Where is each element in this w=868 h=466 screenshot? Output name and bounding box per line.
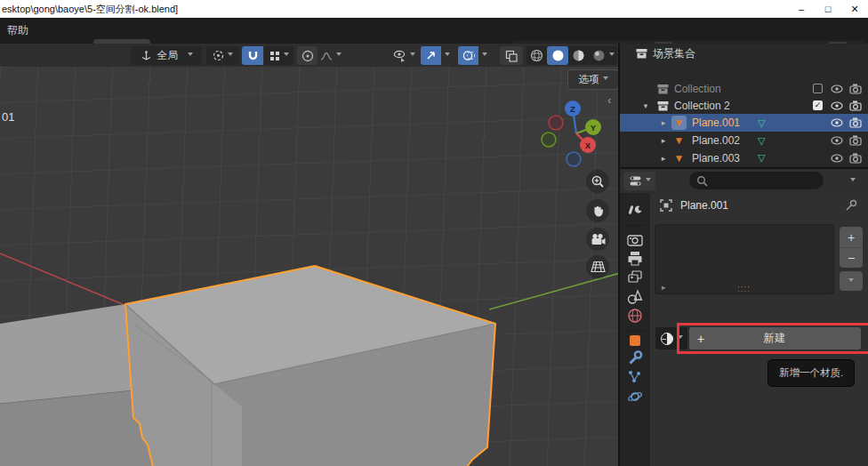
camera-view-button[interactable]	[586, 228, 609, 251]
shading-rendered-button[interactable]	[589, 49, 608, 62]
tab-output[interactable]	[627, 251, 643, 267]
list-expand-icon[interactable]: ▸	[662, 283, 666, 292]
mesh-object-icon: ▼	[674, 153, 685, 164]
gizmos-dropdown[interactable]	[441, 46, 454, 65]
chevron-down-icon	[646, 178, 651, 184]
perspective-toggle-button[interactable]	[586, 255, 609, 278]
tab-render[interactable]	[627, 232, 643, 248]
tooltip-text: 新增一个材质.	[779, 366, 843, 380]
shading-solid-button[interactable]	[547, 46, 568, 65]
xray-toggle[interactable]	[500, 46, 523, 65]
pan-button[interactable]	[586, 199, 609, 222]
expand-icon[interactable]: ▾	[641, 101, 650, 110]
camera-visibility-icon[interactable]	[849, 117, 863, 128]
search-icon	[696, 175, 708, 187]
tab-particles[interactable]	[627, 369, 643, 385]
options-dropdown[interactable]: 选项	[567, 69, 619, 90]
tab-object[interactable]	[627, 333, 643, 349]
shading-material-button[interactable]	[568, 49, 589, 62]
hand-icon	[591, 204, 605, 218]
tab-scene[interactable]	[627, 289, 643, 305]
chevron-down-icon	[445, 52, 450, 59]
movie-camera-icon	[591, 233, 606, 245]
camera-visibility-icon[interactable]	[849, 100, 863, 111]
snap-grid-icon	[269, 51, 280, 61]
maximize-button[interactable]: □	[815, 0, 841, 18]
hide-eye-icon[interactable]	[831, 84, 843, 93]
viewport-corner-text: 01	[2, 110, 14, 124]
mesh-object-icon: ▼	[674, 117, 685, 128]
shading-wireframe-button[interactable]	[526, 49, 547, 62]
chevron-down-icon	[410, 52, 415, 59]
proportional-circle-icon	[301, 50, 314, 62]
collapse-icon[interactable]: ▸	[659, 136, 668, 145]
breadcrumb: Plane.001	[659, 198, 728, 213]
3d-viewport[interactable]: 01 ‹ Z Y X	[0, 67, 618, 466]
tab-tool[interactable]	[627, 204, 643, 220]
outliner-row-plane-003[interactable]: ▸ ▼ Plane.003 ▽	[620, 149, 868, 166]
outliner-row-plane-001[interactable]: ▸ ▼ Plane.001 ▽	[620, 114, 868, 132]
zoom-button[interactable]	[586, 170, 609, 193]
tab-modifiers[interactable]	[627, 350, 643, 366]
magnet-icon	[247, 50, 259, 62]
navigation-gizmo[interactable]: Z Y X	[532, 89, 614, 174]
gizmos-toggle[interactable]	[421, 46, 441, 65]
properties-editor-type-dropdown[interactable]	[623, 172, 655, 190]
xray-icon	[505, 50, 518, 62]
tab-physics[interactable]	[627, 389, 643, 405]
minimize-button[interactable]: –	[788, 0, 815, 18]
snap-toggle[interactable]	[242, 46, 263, 65]
camera-visibility-icon[interactable]	[849, 135, 863, 146]
add-slot-button[interactable]: +	[840, 227, 863, 248]
proportional-falloff-dropdown[interactable]	[318, 46, 342, 65]
properties-search-input[interactable]	[689, 172, 824, 189]
camera-visibility-icon[interactable]	[849, 84, 863, 94]
remove-slot-button[interactable]: −	[840, 248, 863, 268]
chevron-down-icon	[603, 76, 608, 83]
camera-visibility-icon[interactable]	[849, 153, 863, 164]
material-properties-panel: Plane.001 ▸ :::: + − + 新建	[650, 193, 868, 466]
material-slot-list[interactable]: ▸ ::::	[655, 224, 834, 294]
collection-icon	[657, 84, 669, 94]
snap-target-dropdown[interactable]	[264, 46, 293, 65]
hide-eye-icon[interactable]	[831, 118, 843, 127]
list-grip-handle[interactable]: ::::	[737, 284, 751, 293]
proportional-editing-toggle[interactable]	[297, 46, 317, 65]
chevron-down-icon	[848, 278, 854, 285]
magnifier-plus-icon	[591, 174, 605, 189]
collapse-icon[interactable]: ▸	[659, 118, 668, 127]
properties-icon	[629, 174, 642, 188]
properties-tab-column	[620, 193, 650, 466]
outliner-row-collection[interactable]: Collection	[620, 80, 868, 97]
red-annotation-box	[677, 323, 868, 354]
outliner-row-scene-collection[interactable]: 场景集合	[620, 45, 868, 61]
collapse-icon[interactable]: ▸	[659, 154, 668, 163]
menu-help[interactable]: 帮助	[2, 18, 34, 43]
pivot-point-dropdown[interactable]	[206, 46, 239, 65]
properties-options-dropdown[interactable]	[840, 172, 864, 190]
region-divider-vertical[interactable]	[618, 44, 620, 466]
axis-z-label: Z	[570, 104, 575, 114]
overlays-dropdown[interactable]	[478, 46, 491, 65]
pin-icon[interactable]	[845, 198, 858, 212]
breadcrumb-object-name[interactable]: Plane.001	[680, 199, 728, 212]
close-button[interactable]: ✕	[841, 0, 868, 18]
wireframe-sphere-icon	[530, 49, 543, 62]
collection-checkbox[interactable]	[813, 84, 823, 93]
region-divider-horizontal[interactable]	[620, 167, 868, 169]
hide-eye-icon[interactable]	[831, 154, 843, 163]
scene-canvas	[0, 67, 618, 466]
blender-window: esktop\gong\baoye\5-空间分割-ok.blend] – □ ✕…	[0, 0, 868, 466]
hide-eye-icon[interactable]	[831, 136, 843, 145]
hide-eye-icon[interactable]	[831, 101, 843, 110]
outliner-row-plane-002[interactable]: ▸ ▼ Plane.002 ▽	[620, 132, 868, 149]
material-sphere-icon	[660, 332, 674, 346]
transform-orientation-dropdown[interactable]: 全局	[131, 46, 202, 65]
tab-world[interactable]	[627, 308, 643, 324]
tab-view-layer[interactable]	[627, 269, 643, 285]
outliner-row-collection-2[interactable]: ▾ Collection 2 ✓	[620, 97, 868, 114]
overlays-toggle[interactable]	[458, 46, 478, 65]
show-visibility-dropdown[interactable]	[389, 46, 419, 65]
slot-specials-dropdown[interactable]	[840, 271, 863, 291]
collection-checkbox[interactable]: ✓	[813, 100, 823, 110]
